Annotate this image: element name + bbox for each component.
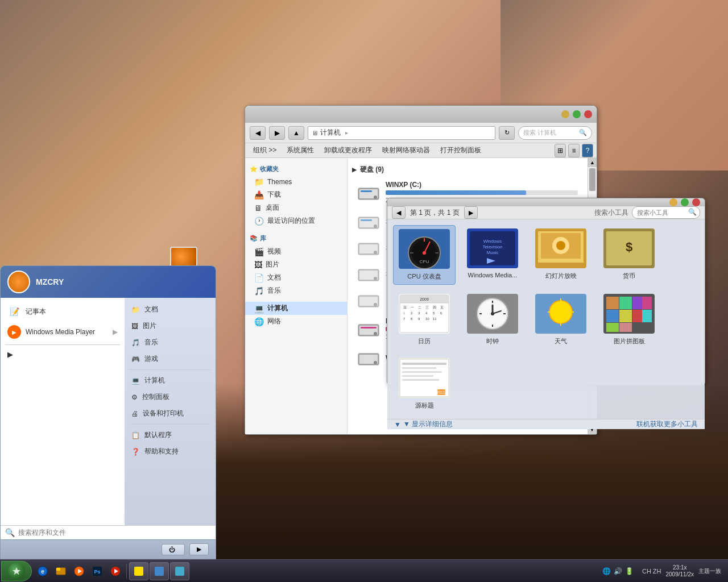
menu-map-drive[interactable]: 映射网络驱动器 xyxy=(378,144,435,156)
gadget-puzzle[interactable]: 图片拼图板 xyxy=(598,290,660,349)
tray-volume[interactable]: 🔊 xyxy=(614,567,623,576)
menu-games[interactable]: 🎮 游戏 xyxy=(125,351,216,367)
menu-devices[interactable]: 🖨 设备和打印机 xyxy=(125,405,216,422)
sidebar-themes[interactable]: 📁 Themes xyxy=(245,176,347,188)
menu-music[interactable]: 🎵 音乐 xyxy=(125,334,216,351)
menu-pictures[interactable]: 🖼 图片 xyxy=(125,318,216,334)
svg-rect-94 xyxy=(606,323,619,332)
quick-powerpoint[interactable] xyxy=(108,564,123,579)
menu-documents[interactable]: 📁 文档 xyxy=(125,301,216,318)
sidebar-network[interactable]: 🌐 网络 xyxy=(245,315,347,328)
sidebar-computer[interactable]: 💻 计算机 xyxy=(245,302,347,315)
help-btn[interactable]: ? xyxy=(582,144,593,157)
drives-section-title[interactable]: ▶ 硬盘 (9) xyxy=(352,163,583,177)
svg-text:$: $ xyxy=(626,240,632,254)
menu-organize[interactable]: 组织 >> xyxy=(249,144,281,156)
explorer-close-btn[interactable] xyxy=(584,110,592,118)
menu-item-mediaplayer[interactable]: ▶ Windows Media Player ▶ xyxy=(1,322,125,342)
sidebar-music[interactable]: 🎵 音乐 xyxy=(245,284,347,297)
gadget-cpu-name: CPU 仪表盘 xyxy=(407,272,441,281)
favorites-title: 收藏夹 xyxy=(260,165,279,173)
start-button[interactable] xyxy=(1,561,32,581)
menu-computer[interactable]: 💻 计算机 xyxy=(125,372,216,389)
library-section[interactable]: 📚 库 xyxy=(245,232,347,245)
taskbar-item-yellow-icon xyxy=(134,567,143,576)
sidebar-desktop[interactable]: 🖥 桌面 xyxy=(245,201,347,214)
search-bar[interactable]: 搜索 计算机 🔍 xyxy=(518,126,592,140)
start-menu-body: 📝 记事本 ▶ Windows Media Player ▶ ▶ 📁 文档 🖼 … xyxy=(1,298,216,525)
theme-label-tray: 主题一族 xyxy=(696,567,723,575)
gadget-weather[interactable]: 天气 xyxy=(530,290,592,349)
gadgets-close-btn[interactable] xyxy=(692,198,700,206)
svg-rect-99 xyxy=(402,367,436,369)
gadget-clock[interactable]: 时钟 xyxy=(461,290,524,349)
start-search-input[interactable] xyxy=(18,529,211,537)
tray-network[interactable]: 🌐 xyxy=(602,567,611,576)
get-more-link[interactable]: 联机获取更多小工具 xyxy=(636,419,698,429)
show-detail-button[interactable]: ▼ ▼ 显示详细信息 xyxy=(394,419,453,429)
menu-item-notepad[interactable]: 📝 记事本 xyxy=(1,301,125,322)
sidebar-documents[interactable]: 📄 文档 xyxy=(245,271,347,284)
explorer-maximize-btn[interactable] xyxy=(573,110,581,118)
start-button-orb xyxy=(8,563,25,580)
favorites-section[interactable]: ⭐ 收藏夹 xyxy=(245,163,347,176)
back-btn[interactable]: ◀ xyxy=(250,126,266,140)
mediaplayer-label: Windows Media Player xyxy=(26,328,95,336)
gadget-currency[interactable]: $ 货币 xyxy=(598,225,660,285)
svg-point-78 xyxy=(491,312,494,315)
system-clock[interactable]: 23:1x 2009/11/2x xyxy=(666,564,694,578)
svg-text:Television: Television xyxy=(482,244,502,250)
sidebar-downloads[interactable]: 📥 下载 xyxy=(245,188,347,201)
right-divider xyxy=(129,369,211,370)
menu-control-panel[interactable]: 打开控制面板 xyxy=(436,144,486,156)
svg-point-7 xyxy=(374,225,377,228)
svg-point-31 xyxy=(423,251,426,255)
sidebar-video[interactable]: 🎬 视频 xyxy=(245,245,347,258)
taskbar-item-teal[interactable] xyxy=(170,562,189,580)
gadgets-prev-btn[interactable]: ◀ xyxy=(392,206,406,219)
shutdown-arrow-btn[interactable]: ▶ xyxy=(189,543,209,555)
address-bar[interactable]: 🖥 计算机 ▸ xyxy=(308,126,495,140)
gadget-calendar[interactable]: 2009 日 一 二 三 四 五 1 2 3 4 5 6 7 xyxy=(393,290,456,349)
gadgets-next-btn[interactable]: ▶ xyxy=(464,206,478,219)
notepad-icon: 📝 xyxy=(7,305,21,318)
menu-defaults[interactable]: 📋 默认程序 xyxy=(125,427,216,443)
refresh-btn[interactable]: ↻ xyxy=(499,126,515,140)
gadget-currency-thumb: $ xyxy=(603,228,655,268)
menu-help[interactable]: ❓ 帮助和支持 xyxy=(125,443,216,460)
sidebar-pictures[interactable]: 🖼 图片 xyxy=(245,258,347,271)
taskbar-item-blue[interactable] xyxy=(150,562,169,580)
gadget-feed[interactable]: RSS 源标题 xyxy=(393,355,456,413)
all-programs-btn[interactable]: ▶ xyxy=(1,347,125,362)
tray-zh-label: ZH xyxy=(653,568,661,575)
up-btn[interactable]: ▲ xyxy=(288,126,304,140)
games-label: 游戏 xyxy=(144,354,158,364)
drive-c-bar xyxy=(386,190,526,195)
gadgets-maximize-btn[interactable] xyxy=(681,198,689,206)
explorer-minimize-btn[interactable] xyxy=(561,110,569,118)
menu-properties[interactable]: 系统属性 xyxy=(282,144,318,156)
sidebar-recent[interactable]: 🕐 最近访问的位置 xyxy=(245,214,347,227)
quick-explorer[interactable] xyxy=(53,564,68,579)
gadget-cpu[interactable]: CPU CPU 仪表盘 xyxy=(393,225,456,285)
gadgets-titlebar xyxy=(387,198,705,206)
gadget-slideshow[interactable]: 幻灯片放映 xyxy=(530,225,592,285)
drive-c-icon xyxy=(357,184,380,202)
gadget-clock-thumb xyxy=(467,294,518,334)
menu-control-panel[interactable]: ⚙ 控制面板 xyxy=(125,389,216,405)
gadget-media[interactable]: Windows Television Music Windows Media..… xyxy=(461,225,524,285)
view-btn-1[interactable]: ⊞ xyxy=(555,144,566,157)
tray-battery[interactable]: 🔋 xyxy=(625,567,634,576)
svg-point-43 xyxy=(556,241,565,250)
quick-mediaplayer[interactable] xyxy=(72,564,86,579)
gadgets-minimize-btn[interactable] xyxy=(669,198,677,206)
menu-uninstall[interactable]: 卸载或更改程序 xyxy=(320,144,377,156)
get-more-label: 联机获取更多小工具 xyxy=(636,420,698,428)
shutdown-button[interactable]: ⏻ xyxy=(162,544,185,555)
quick-ie[interactable]: e xyxy=(35,564,50,579)
start-menu-header: MZCRY xyxy=(1,266,216,298)
view-btn-2[interactable]: ≡ xyxy=(568,144,580,157)
forward-btn[interactable]: ▶ xyxy=(269,126,285,140)
taskbar-item-yellow[interactable] xyxy=(129,562,148,580)
quick-photoshop[interactable]: Ps xyxy=(90,564,105,579)
